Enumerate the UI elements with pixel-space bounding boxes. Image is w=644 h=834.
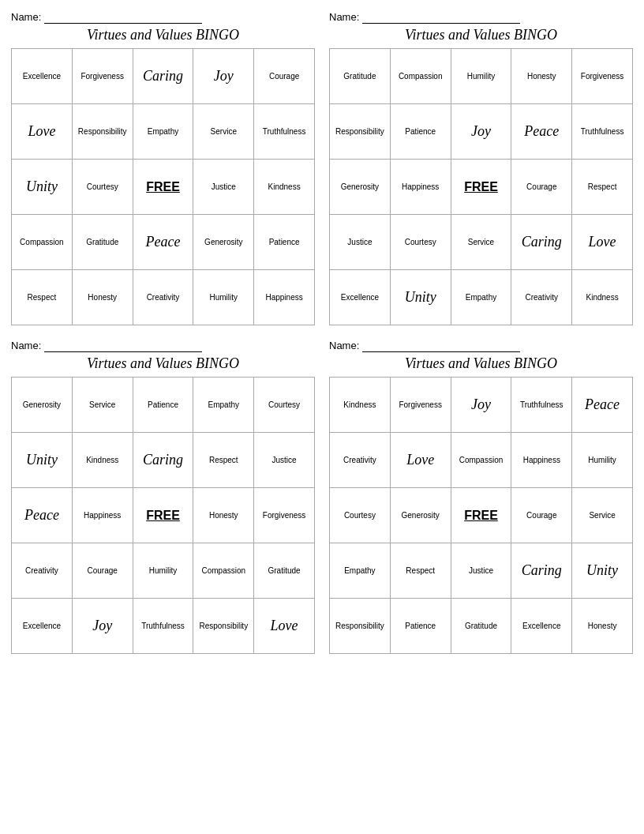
bingo-cell[interactable]: Courage xyxy=(511,488,572,543)
bingo-cell[interactable]: Creativity xyxy=(133,270,194,325)
bingo-cell[interactable]: Peace xyxy=(12,488,73,543)
bingo-cell[interactable]: Service xyxy=(572,488,633,543)
bingo-cell[interactable]: FREE xyxy=(133,488,194,543)
bingo-cell[interactable]: Patience xyxy=(254,215,315,270)
bingo-cell[interactable]: Gratitude xyxy=(73,215,133,270)
bingo-cell[interactable]: Justice xyxy=(193,160,254,215)
bingo-cell[interactable]: Joy xyxy=(193,49,254,104)
bingo-cell[interactable]: Happiness xyxy=(254,270,315,325)
bingo-cell[interactable]: Truthfulness xyxy=(133,599,194,654)
bingo-cell[interactable]: Generosity xyxy=(193,215,254,270)
bingo-cell[interactable]: Honesty xyxy=(193,488,254,543)
bingo-cell[interactable]: Patience xyxy=(133,378,194,433)
bingo-cell[interactable]: Love xyxy=(12,104,73,160)
bingo-cell[interactable]: Empathy xyxy=(133,104,194,160)
bingo-cell[interactable]: Generosity xyxy=(391,488,451,543)
bingo-cell[interactable]: Compassion xyxy=(391,49,451,104)
bingo-cell[interactable]: Compassion xyxy=(12,215,73,270)
bingo-cell[interactable]: Forgiveness xyxy=(73,49,133,104)
bingo-cell[interactable]: Happiness xyxy=(73,488,133,543)
bingo-cell[interactable]: Joy xyxy=(73,599,133,654)
bingo-cell[interactable]: Caring xyxy=(511,543,572,599)
bingo-cell[interactable]: Peace xyxy=(511,104,572,160)
bingo-cell[interactable]: Courage xyxy=(254,49,315,104)
bingo-cell[interactable]: Love xyxy=(572,215,633,270)
bingo-cell[interactable]: Caring xyxy=(133,49,194,104)
bingo-cell[interactable]: Respect xyxy=(193,433,254,488)
bingo-cell[interactable]: Courtesy xyxy=(391,215,451,270)
bingo-cell[interactable]: Humility xyxy=(572,433,633,488)
bingo-cell[interactable]: Happiness xyxy=(391,160,451,215)
bingo-cell[interactable]: Unity xyxy=(572,543,633,599)
bingo-cell[interactable]: Patience xyxy=(391,104,451,160)
bingo-cell[interactable]: Creativity xyxy=(330,433,391,488)
bingo-cell[interactable]: Humility xyxy=(193,270,254,325)
bingo-cell[interactable]: Happiness xyxy=(511,433,572,488)
bingo-cell[interactable]: Justice xyxy=(330,215,391,270)
bingo-cell[interactable]: Kindness xyxy=(572,270,633,325)
bingo-cell[interactable]: Caring xyxy=(511,215,572,270)
bingo-cell[interactable]: Forgiveness xyxy=(391,378,451,433)
bingo-cell[interactable]: Responsibility xyxy=(330,104,391,160)
bingo-cell[interactable]: Courtesy xyxy=(254,378,315,433)
bingo-cell[interactable]: Excellence xyxy=(12,599,73,654)
bingo-cell[interactable]: Unity xyxy=(12,160,73,215)
bingo-cell[interactable]: Compassion xyxy=(451,433,512,488)
bingo-cell[interactable]: Service xyxy=(193,104,254,160)
bingo-cell[interactable]: Humility xyxy=(451,49,512,104)
bingo-cell[interactable]: Courage xyxy=(73,543,133,599)
bingo-cell[interactable]: Empathy xyxy=(451,270,512,325)
bingo-cell[interactable]: Empathy xyxy=(193,378,254,433)
bingo-cell[interactable]: Forgiveness xyxy=(254,488,315,543)
bingo-cell[interactable]: Creativity xyxy=(511,270,572,325)
bingo-cell[interactable]: Respect xyxy=(572,160,633,215)
bingo-cell[interactable]: Empathy xyxy=(330,543,391,599)
bingo-cell[interactable]: Excellence xyxy=(511,599,572,654)
bingo-cell[interactable]: Honesty xyxy=(572,599,633,654)
bingo-cell[interactable]: Generosity xyxy=(12,378,73,433)
bingo-cell[interactable]: Truthfulness xyxy=(572,104,633,160)
bingo-cell[interactable]: Respect xyxy=(12,270,73,325)
bingo-cell[interactable]: Service xyxy=(451,215,512,270)
bingo-cell[interactable]: Courtesy xyxy=(73,160,133,215)
bingo-cell[interactable]: Humility xyxy=(133,543,194,599)
bingo-cell[interactable]: Joy xyxy=(451,104,512,160)
bingo-cell[interactable]: Justice xyxy=(254,433,315,488)
bingo-cell[interactable]: Love xyxy=(391,433,451,488)
bingo-cell[interactable]: Responsibility xyxy=(193,599,254,654)
bingo-cell[interactable]: Courtesy xyxy=(330,488,391,543)
bingo-cell[interactable]: Excellence xyxy=(330,270,391,325)
bingo-cell[interactable]: Unity xyxy=(12,433,73,488)
bingo-cell[interactable]: FREE xyxy=(451,160,512,215)
bingo-cell[interactable]: Gratitude xyxy=(330,49,391,104)
bingo-cell[interactable]: Justice xyxy=(451,543,512,599)
bingo-cell[interactable]: Courage xyxy=(511,160,572,215)
bingo-cell[interactable]: Kindness xyxy=(73,433,133,488)
bingo-cell[interactable]: Generosity xyxy=(330,160,391,215)
bingo-cell[interactable]: Responsibility xyxy=(73,104,133,160)
bingo-cell[interactable]: Gratitude xyxy=(451,599,512,654)
bingo-cell[interactable]: Peace xyxy=(572,378,633,433)
bingo-cell[interactable]: Peace xyxy=(133,215,194,270)
bingo-cell[interactable]: Forgiveness xyxy=(572,49,633,104)
bingo-cell[interactable]: Excellence xyxy=(12,49,73,104)
bingo-cell[interactable]: Love xyxy=(254,599,315,654)
bingo-cell[interactable]: Patience xyxy=(391,599,451,654)
bingo-cell[interactable]: Compassion xyxy=(193,543,254,599)
bingo-cell[interactable]: Responsibility xyxy=(330,599,391,654)
bingo-cell[interactable]: Unity xyxy=(391,270,451,325)
bingo-cell[interactable]: FREE xyxy=(451,488,512,543)
bingo-cell[interactable]: Truthfulness xyxy=(511,378,572,433)
bingo-cell[interactable]: Joy xyxy=(451,378,512,433)
bingo-cell[interactable]: Respect xyxy=(391,543,451,599)
bingo-cell[interactable]: Kindness xyxy=(330,378,391,433)
bingo-cell[interactable]: Caring xyxy=(133,433,194,488)
bingo-cell[interactable]: Kindness xyxy=(254,160,315,215)
bingo-cell[interactable]: Truthfulness xyxy=(254,104,315,160)
bingo-cell[interactable]: Gratitude xyxy=(254,543,315,599)
bingo-cell[interactable]: Honesty xyxy=(511,49,572,104)
bingo-cell[interactable]: Honesty xyxy=(73,270,133,325)
bingo-cell[interactable]: Creativity xyxy=(12,543,73,599)
bingo-cell[interactable]: FREE xyxy=(133,160,194,215)
bingo-cell[interactable]: Service xyxy=(73,378,133,433)
